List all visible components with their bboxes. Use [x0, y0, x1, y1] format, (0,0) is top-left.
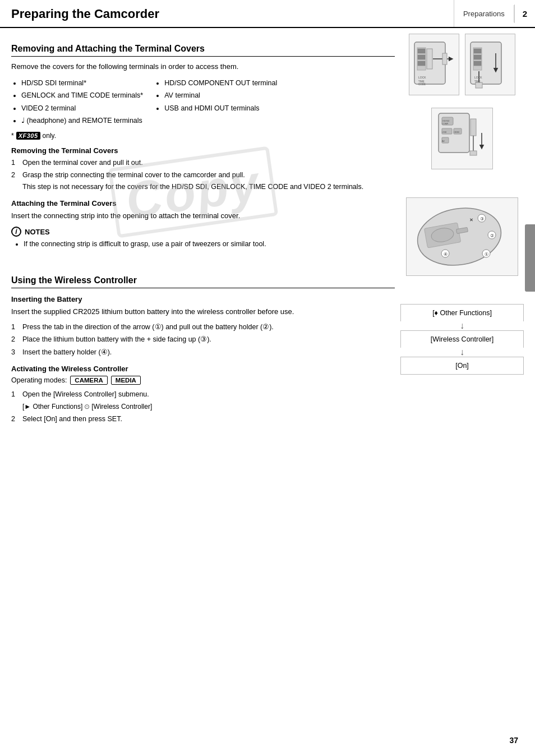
step-body: Open the [Wireless Controller] submenu. … [22, 389, 395, 412]
xf305-badge: XF305 [16, 132, 40, 140]
list-item: AV terminal [164, 89, 277, 102]
bullet-col-1: HD/SD SDI terminal* GENLOCK and TIME COD… [11, 77, 143, 127]
list-item: HD/SD SDI terminal* [21, 77, 143, 90]
component-svg: HD/SD COMP. USB HDMI AV [434, 110, 490, 167]
menu-nav-item-3-text: [On] [455, 362, 469, 370]
diagram-component: HD/SD COMP. USB HDMI AV [431, 108, 493, 169]
step-sub: This step is not necessary for the cover… [22, 182, 395, 192]
diagram-component-box: HD/SD COMP. USB HDMI AV [431, 108, 493, 169]
list-item: USB and HDMI OUT terminals [164, 102, 277, 115]
bullet-col-2: HD/SD COMPONENT OUT terminal AV terminal… [154, 77, 277, 127]
subsection1-title: Removing the Terminal Covers [11, 146, 395, 155]
svg-rect-13 [474, 49, 481, 53]
svg-text:②: ② [490, 233, 494, 238]
svg-rect-33 [470, 151, 477, 155]
main-content: Removing and Attaching the Terminal Cove… [0, 28, 535, 437]
section1-intro: Remove the covers for the following term… [11, 61, 395, 72]
svg-text:LOCK: LOCK [474, 76, 482, 79]
section-label: Preparations [454, 5, 514, 22]
step-num: 2 [11, 414, 19, 425]
step-num: 1 [11, 158, 19, 168]
svg-rect-7 [442, 53, 447, 64]
step-num: 1 [11, 389, 19, 412]
svg-rect-2 [418, 49, 425, 53]
list-item: VIDEO 2 terminal [21, 102, 143, 115]
step-body: Grasp the strip connecting the terminal … [22, 170, 395, 192]
remove-steps: 1 Open the terminal cover and pull it ou… [11, 158, 395, 192]
svg-rect-5 [427, 49, 432, 69]
step-num: 2 [11, 334, 19, 345]
subsection2-text: Insert the connecting strip into the ope… [11, 210, 395, 222]
battery-intro: Insert the supplied CR2025 lithium butto… [11, 306, 395, 317]
menu-nav-arrow-1: ↓ [400, 321, 524, 330]
svg-text:LOCK: LOCK [418, 76, 426, 79]
page-title: Preparing the Camcorder [0, 0, 454, 27]
diagram-terminal-right: LOCK TIME [465, 34, 515, 95]
svg-rect-17 [476, 82, 482, 88]
terminal-diagram-pair: LOCK TIME CODE [409, 34, 515, 95]
svg-text:COMP.: COMP. [442, 123, 449, 125]
step-num: 2 [11, 170, 19, 192]
step-item: 2 Place the lithium button battery with … [11, 334, 395, 345]
page-number-bottom: 37 [509, 736, 518, 745]
list-col1: HD/SD SDI terminal* GENLOCK and TIME COD… [11, 77, 143, 127]
notes-item: If the connecting strip is difficult to … [24, 239, 395, 250]
step-body: Select [On] and then press SET. [22, 414, 395, 425]
svg-text:HDMI: HDMI [454, 131, 459, 133]
notes-header: i NOTES [11, 227, 395, 237]
step-body: Insert the battery holder (④). [22, 347, 395, 358]
camera-mode-badge: CAMERA [70, 376, 107, 385]
step-item: 2 Select [On] and then press SET. [11, 414, 395, 425]
step-item: 2 Grasp the strip connecting the termina… [11, 170, 395, 192]
step-item: 1 Open the [Wireless Controller] submenu… [11, 389, 395, 412]
menu-nav-item-1: [♦ Other Functions] [400, 304, 524, 321]
camcorder-svg-right: LOCK TIME [468, 36, 513, 93]
menu-nav-item-3: [On] [400, 357, 524, 375]
svg-rect-15 [474, 61, 481, 66]
svg-text:AV: AV [442, 140, 445, 142]
remote-svg: ✕ ③ ② ④ ① [409, 200, 515, 273]
step-body: Press the tab in the direction of the ar… [22, 322, 395, 333]
menu-ref: [► Other Functions] ⊙ [Wireless Controll… [22, 402, 395, 412]
step-item: 1 Open the terminal cover and pull it ou… [11, 158, 395, 168]
remote-diagram: ✕ ③ ② ④ ① [406, 197, 518, 276]
section2-title: Using the Wireless Controller [11, 275, 395, 288]
info-icon: i [11, 227, 21, 237]
section1-title: Removing and Attaching the Terminal Cove… [11, 44, 395, 57]
footnote: * XF305 only. [11, 132, 395, 140]
list-item: ♩ (headphone) and REMOTE terminals [21, 114, 143, 127]
page-header: Preparing the Camcorder Preparations 2 [0, 0, 535, 28]
battery-steps: 1 Press the tab in the direction of the … [11, 322, 395, 358]
activate-title: Activating the Wireless Controller [11, 365, 395, 373]
menu-nav-item-2-text: [Wireless Controller] [431, 335, 494, 343]
terminal-list: HD/SD SDI terminal* GENLOCK and TIME COD… [11, 77, 395, 127]
notes-box: i NOTES If the connecting strip is diffi… [11, 227, 395, 250]
activate-steps: 1 Open the [Wireless Controller] submenu… [11, 389, 395, 425]
page-wrapper: Preparing the Camcorder Preparations 2 C… [0, 0, 535, 756]
step-num: 1 [11, 322, 19, 333]
menu-nav-item-2: [Wireless Controller] [400, 330, 524, 348]
list-item: GENLOCK and TIME CODE terminals* [21, 89, 143, 102]
step-num: 3 [11, 347, 19, 358]
footnote-star: * [11, 132, 14, 140]
operating-modes: Operating modes: CAMERA MEDIA [11, 376, 395, 385]
submenu-ref: [► Other Functions] ⊙ [Wireless Controll… [22, 402, 395, 412]
svg-rect-3 [418, 55, 425, 59]
page-number-header: 2 [514, 4, 535, 23]
list-item: HD/SD COMPONENT OUT terminal [164, 77, 277, 90]
operating-modes-label: Operating modes: [11, 376, 67, 384]
left-col: Removing and Attaching the Terminal Cove… [11, 34, 395, 426]
notes-list: If the connecting strip is difficult to … [11, 239, 395, 250]
footnote-text: only. [43, 132, 56, 140]
menu-nav: [♦ Other Functions] ↓ [Wireless Controll… [400, 304, 524, 375]
camcorder-svg-left: LOCK TIME CODE [412, 36, 456, 93]
main-layout: Removing and Attaching the Terminal Cove… [11, 34, 524, 426]
step-body: Open the terminal cover and pull it out. [22, 158, 395, 168]
svg-rect-4 [418, 61, 425, 66]
list-col2: HD/SD COMPONENT OUT terminal AV terminal… [154, 77, 277, 115]
svg-text:CODE: CODE [418, 83, 426, 86]
svg-text:TIME: TIME [474, 80, 481, 83]
diagram-terminal-left: LOCK TIME CODE [409, 34, 459, 95]
step-item: 1 Press the tab in the direction of the … [11, 322, 395, 333]
step-body: Place the lithium button battery with th… [22, 334, 395, 345]
